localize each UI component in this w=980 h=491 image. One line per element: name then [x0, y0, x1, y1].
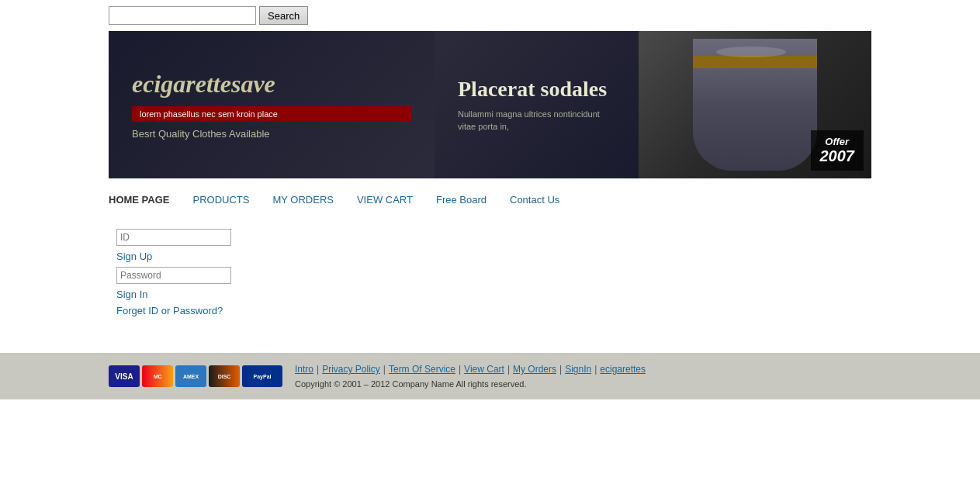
footer-link-terms[interactable]: Term Of Service — [389, 364, 455, 375]
banner-text: Nullammi magna ultrices nontincidunt vit… — [458, 108, 615, 133]
nav-home[interactable]: HOME PAGE — [109, 194, 193, 206]
footer-links-row: Intro | Privacy Policy | Term Of Service… — [295, 364, 646, 375]
login-form: Sign Up Sign In Forget ID or Password? — [116, 229, 871, 316]
nav-contact-us[interactable]: Contact Us — [510, 194, 583, 206]
paypal-icon: PayPal — [242, 365, 282, 387]
banner-left: ecigarettesave lorem phasellus nec sem k… — [109, 31, 435, 178]
footer-links: Intro | Privacy Policy | Term Of Service… — [295, 364, 646, 389]
search-bar: Search — [0, 0, 980, 31]
footer-copyright: Copyright © 2001 – 2012 Company Name All… — [295, 379, 646, 389]
nav-products[interactable]: PRODUCTS — [193, 194, 273, 206]
search-button[interactable]: Search — [259, 6, 308, 25]
visa-icon: VISA — [109, 365, 140, 387]
banner-subtitle: Besrt Quality Clothes Available — [132, 128, 411, 140]
nav-view-cart[interactable]: VIEW CART — [357, 194, 436, 206]
search-input[interactable] — [109, 6, 256, 25]
amex-icon: AMEX — [175, 365, 206, 387]
forgot-link[interactable]: Forget ID or Password? — [116, 305, 871, 316]
sign-up-link[interactable]: Sign Up — [116, 251, 871, 262]
footer-inner: VISA MC AMEX DISC PayPal Intro | Privacy… — [109, 364, 871, 389]
footer-link-privacy[interactable]: Privacy Policy — [322, 364, 380, 375]
footer-link-ecigarettes[interactable]: ecigarettes — [600, 364, 646, 375]
banner-center: Placerat sodales Nullammi magna ultrices… — [435, 31, 639, 178]
torso-highlight — [716, 47, 786, 57]
banner-figure — [693, 39, 817, 171]
banner-tagline: lorem phasellus nec sem kroin place — [132, 106, 411, 122]
mastercard-icon: MC — [142, 365, 173, 387]
banner: ecigarettesave lorem phasellus nec sem k… — [109, 31, 871, 178]
offer-year: 2007 — [820, 147, 855, 164]
footer: VISA MC AMEX DISC PayPal Intro | Privacy… — [0, 353, 980, 399]
payment-icons: VISA MC AMEX DISC PayPal — [109, 365, 282, 387]
footer-link-orders[interactable]: My Orders — [513, 364, 556, 375]
belt-decoration — [693, 56, 817, 68]
main-nav: HOME PAGE PRODUCTS MY ORDERS VIEW CART F… — [109, 178, 871, 213]
nav-free-board[interactable]: Free Board — [436, 194, 510, 206]
offer-badge: Offer 2007 — [811, 130, 864, 171]
nav-my-orders[interactable]: MY ORDERS — [272, 194, 357, 206]
banner-heading: Placerat sodales — [458, 77, 615, 102]
footer-link-cart[interactable]: View Cart — [464, 364, 504, 375]
main-content: Sign Up Sign In Forget ID or Password? — [109, 213, 871, 337]
banner-logo: ecigarettesave — [132, 70, 411, 99]
id-field[interactable] — [116, 229, 231, 246]
footer-link-signin[interactable]: SignIn — [565, 364, 591, 375]
password-field[interactable] — [116, 267, 231, 284]
discover-icon: DISC — [209, 365, 240, 387]
offer-label: Offer — [820, 137, 855, 147]
banner-right: Offer 2007 — [639, 31, 871, 178]
sign-in-link[interactable]: Sign In — [116, 289, 871, 300]
footer-link-intro[interactable]: Intro — [295, 364, 313, 375]
